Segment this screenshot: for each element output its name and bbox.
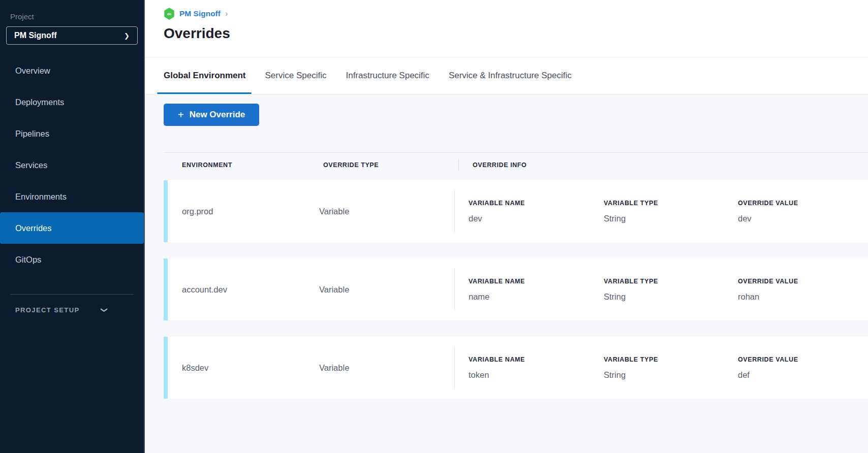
sidebar-divider bbox=[10, 294, 134, 295]
sidebar-item-label: Deployments bbox=[15, 98, 64, 107]
override-value-value: rohan bbox=[738, 292, 798, 302]
chevron-right-icon: ❯ bbox=[124, 32, 130, 40]
variable-name-label: VARIABLE NAME bbox=[469, 278, 604, 285]
variable-name-value: token bbox=[469, 370, 604, 380]
variable-type-label: VARIABLE TYPE bbox=[604, 200, 738, 207]
sidebar-item-label: Overrides bbox=[15, 223, 52, 233]
sidebar-item-overview[interactable]: Overview bbox=[0, 55, 144, 86]
column-header-override-type: OVERRIDE TYPE bbox=[323, 161, 458, 169]
table-top-divider bbox=[164, 152, 868, 153]
environment-value: org.prod bbox=[168, 207, 319, 216]
variable-name-value: dev bbox=[469, 214, 604, 223]
tab-service-infrastructure-specific[interactable]: Service & Infrastructure Specific bbox=[449, 57, 572, 94]
override-info-cell: VARIABLE NAME dev VARIABLE TYPE String O… bbox=[455, 200, 868, 223]
sidebar-nav: Overview Deployments Pipelines Services … bbox=[0, 55, 144, 275]
override-row[interactable]: k8sdev Variable VARIABLE NAME token VARI… bbox=[164, 337, 868, 399]
table-header-row: ENVIRONMENT OVERRIDE TYPE OVERRIDE INFO bbox=[164, 154, 868, 176]
override-value-value: def bbox=[738, 370, 798, 380]
variable-type-label: VARIABLE TYPE bbox=[604, 356, 738, 363]
sidebar-item-environments[interactable]: Environments bbox=[0, 181, 144, 212]
tab-bar: Global Environment Service Specific Infr… bbox=[145, 57, 868, 94]
sidebar-item-gitops[interactable]: GitOps bbox=[0, 244, 144, 275]
column-header-override-info: OVERRIDE INFO bbox=[459, 161, 526, 169]
page-header: ∞ PM Signoff › Overrides bbox=[145, 0, 868, 57]
sidebar-item-label: Services bbox=[15, 160, 47, 170]
override-info-cell: VARIABLE NAME token VARIABLE TYPE String… bbox=[455, 356, 868, 380]
sidebar-item-label: Overview bbox=[15, 66, 50, 76]
sidebar-item-label: Pipelines bbox=[15, 129, 49, 139]
chevron-down-icon: ❯ bbox=[101, 307, 108, 313]
new-override-button-label: New Override bbox=[190, 110, 245, 120]
project-selector[interactable]: PM Signoff ❯ bbox=[6, 26, 138, 45]
variable-type-value: String bbox=[604, 214, 738, 223]
sidebar-item-project-setup[interactable]: PROJECT SETUP ❯ bbox=[0, 301, 144, 319]
overrides-list: org.prod Variable VARIABLE NAME dev VARI… bbox=[164, 180, 868, 399]
override-value-label: OVERRIDE VALUE bbox=[738, 200, 798, 207]
tab-label: Infrastructure Specific bbox=[346, 71, 429, 81]
new-override-button[interactable]: + New Override bbox=[164, 104, 259, 126]
override-type-value: Variable bbox=[319, 207, 454, 216]
variable-name-value: name bbox=[469, 292, 604, 302]
override-info-cell: VARIABLE NAME name VARIABLE TYPE String … bbox=[455, 278, 868, 302]
variable-type-value: String bbox=[604, 292, 738, 302]
tab-global-environment[interactable]: Global Environment bbox=[164, 57, 246, 94]
override-type-value: Variable bbox=[319, 363, 454, 373]
tab-label: Global Environment bbox=[164, 71, 246, 81]
tab-service-specific[interactable]: Service Specific bbox=[265, 57, 327, 94]
svg-text:∞: ∞ bbox=[167, 11, 171, 17]
overrides-panel: + New Override ENVIRONMENT OVERRIDE TYPE… bbox=[145, 94, 868, 453]
tab-label: Service Specific bbox=[265, 71, 327, 81]
breadcrumb-chevron-icon: › bbox=[225, 9, 228, 18]
main-content: ∞ PM Signoff › Overrides Global Environm… bbox=[145, 0, 868, 453]
plus-icon: + bbox=[178, 110, 184, 120]
page-title: Overrides bbox=[164, 25, 868, 42]
project-label: Project bbox=[10, 12, 144, 21]
tab-infrastructure-specific[interactable]: Infrastructure Specific bbox=[346, 57, 429, 94]
override-value-label: OVERRIDE VALUE bbox=[738, 278, 798, 285]
override-value-value: dev bbox=[738, 214, 798, 223]
variable-name-label: VARIABLE NAME bbox=[469, 356, 604, 363]
variable-name-label: VARIABLE NAME bbox=[469, 200, 604, 207]
override-value-label: OVERRIDE VALUE bbox=[738, 356, 798, 363]
sidebar-item-services[interactable]: Services bbox=[0, 149, 144, 181]
environment-value: k8sdev bbox=[168, 363, 319, 373]
app-root: Project PM Signoff ❯ Overview Deployment… bbox=[0, 0, 868, 453]
override-type-value: Variable bbox=[319, 285, 454, 295]
sidebar-item-label: Environments bbox=[15, 192, 67, 202]
variable-type-value: String bbox=[604, 370, 738, 380]
breadcrumb-project-link[interactable]: PM Signoff bbox=[179, 9, 221, 18]
sidebar-item-label: GitOps bbox=[15, 255, 41, 265]
breadcrumb: ∞ PM Signoff › bbox=[164, 8, 868, 20]
override-row[interactable]: account.dev Variable VARIABLE NAME name … bbox=[164, 258, 868, 320]
variable-type-label: VARIABLE TYPE bbox=[604, 278, 738, 285]
sidebar-item-deployments[interactable]: Deployments bbox=[0, 86, 144, 118]
project-selector-value: PM Signoff bbox=[14, 31, 57, 40]
sidebar-item-overrides[interactable]: Overrides bbox=[0, 212, 144, 244]
tab-label: Service & Infrastructure Specific bbox=[449, 71, 572, 81]
cd-module-hexagon-icon: ∞ bbox=[164, 8, 175, 20]
environment-value: account.dev bbox=[168, 285, 319, 295]
column-header-environment: ENVIRONMENT bbox=[164, 161, 323, 169]
sidebar-item-pipelines[interactable]: Pipelines bbox=[0, 118, 144, 149]
project-setup-label: PROJECT SETUP bbox=[15, 306, 80, 314]
override-row[interactable]: org.prod Variable VARIABLE NAME dev VARI… bbox=[164, 180, 868, 242]
sidebar: Project PM Signoff ❯ Overview Deployment… bbox=[0, 0, 145, 453]
